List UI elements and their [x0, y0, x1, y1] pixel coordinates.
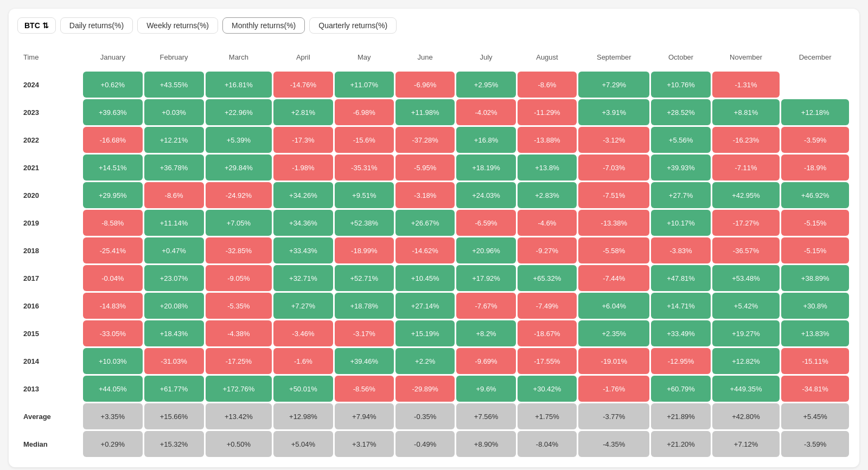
year-cell: 2013 [19, 376, 81, 402]
average-cell: +13.42% [206, 403, 272, 429]
year-cell: 2020 [19, 182, 81, 208]
data-cell: +2.83% [518, 182, 577, 208]
data-cell: +47.81% [651, 265, 710, 291]
median-cell: +8.90% [456, 431, 515, 457]
col-header-august: August [518, 44, 577, 70]
median-cell: -4.35% [578, 431, 649, 457]
year-cell: 2016 [19, 293, 81, 319]
data-cell: +7.29% [578, 72, 649, 98]
average-label: Average [19, 403, 81, 429]
data-cell: -13.88% [518, 127, 577, 153]
tab-quarterly[interactable]: Quarterly returns(%) [309, 17, 397, 34]
data-cell: +12.18% [781, 99, 849, 125]
table-row: 2018-25.41%+0.47%-32.85%+33.43%-18.99%-1… [19, 237, 849, 263]
data-cell: +0.62% [83, 72, 142, 98]
data-cell: +61.77% [144, 376, 204, 402]
data-cell: +172.76% [206, 376, 272, 402]
data-cell: +13.83% [781, 320, 849, 346]
year-cell: 2022 [19, 127, 81, 153]
data-cell: +44.05% [83, 376, 142, 402]
year-cell: 2018 [19, 237, 81, 263]
table-row: 2019-8.58%+11.14%+7.05%+34.36%+52.38%+26… [19, 210, 849, 236]
data-cell: +39.63% [83, 99, 142, 125]
data-cell: +10.03% [83, 348, 142, 374]
data-cell: -0.04% [83, 265, 142, 291]
median-cell: +0.29% [83, 431, 142, 457]
data-cell: -24.92% [206, 182, 272, 208]
col-header-november: November [712, 44, 780, 70]
data-cell: +16.81% [206, 72, 272, 98]
data-cell: -9.05% [206, 265, 272, 291]
year-cell: 2021 [19, 154, 81, 181]
data-cell: +39.46% [335, 348, 394, 374]
table-row: 2013+44.05%+61.77%+172.76%+50.01%-8.56%-… [19, 376, 849, 402]
average-cell: +5.45% [781, 403, 849, 429]
data-cell: -25.41% [83, 237, 142, 263]
btc-label: BTC [24, 21, 40, 30]
table-row: 2022-16.68%+12.21%+5.39%-17.3%-15.6%-37.… [19, 127, 849, 153]
data-cell: -18.67% [518, 320, 577, 346]
data-cell: -6.59% [456, 210, 515, 236]
col-header-march: March [206, 44, 272, 70]
table-header-row: TimeJanuaryFebruaryMarchAprilMayJuneJuly… [19, 44, 849, 70]
data-cell: -17.27% [712, 210, 780, 236]
data-cell: -13.38% [578, 210, 649, 236]
data-cell: -7.44% [578, 265, 649, 291]
average-cell: +1.75% [518, 403, 577, 429]
data-cell: -16.68% [83, 127, 142, 153]
data-cell: +24.03% [456, 182, 515, 208]
data-cell: -17.3% [273, 127, 333, 153]
data-cell: -36.57% [712, 237, 780, 263]
data-cell: +53.48% [712, 265, 780, 291]
main-container: BTC ⇅ Daily returns(%) Weekly returns(%)… [9, 9, 859, 467]
data-cell: +2.35% [578, 320, 649, 346]
table-row: 2020+29.95%-8.6%-24.92%+34.26%+9.51%-3.1… [19, 182, 849, 208]
data-cell: +46.92% [781, 182, 849, 208]
data-cell: -8.6% [518, 72, 577, 98]
median-cell: +15.32% [144, 431, 204, 457]
btc-selector[interactable]: BTC ⇅ [17, 17, 56, 34]
data-cell: +65.32% [518, 265, 577, 291]
tab-weekly[interactable]: Weekly returns(%) [137, 17, 218, 34]
data-cell: +9.6% [456, 376, 515, 402]
table-row: 2024+0.62%+43.55%+16.81%-14.76%+11.07%-6… [19, 72, 849, 98]
median-cell: -0.49% [395, 431, 455, 457]
col-header-december: December [781, 44, 849, 70]
data-cell: -7.51% [578, 182, 649, 208]
median-cell: +3.17% [335, 431, 394, 457]
data-cell: -3.18% [395, 182, 455, 208]
data-cell: -3.83% [651, 237, 710, 263]
data-cell: -1.31% [712, 72, 780, 98]
data-cell: +43.55% [144, 72, 204, 98]
data-cell: +34.26% [273, 182, 333, 208]
tab-daily[interactable]: Daily returns(%) [60, 17, 133, 34]
data-cell: +5.39% [206, 127, 272, 153]
data-cell: +8.2% [456, 320, 515, 346]
data-cell: +23.07% [144, 265, 204, 291]
table-row: 2023+39.63%+0.03%+22.96%+2.81%-6.98%+11.… [19, 99, 849, 125]
data-cell: -6.98% [335, 99, 394, 125]
data-cell: +30.8% [781, 293, 849, 319]
data-cell: +26.67% [395, 210, 455, 236]
average-cell: +7.94% [335, 403, 394, 429]
col-header-october: October [651, 44, 710, 70]
data-cell: -18.99% [335, 237, 394, 263]
data-cell: +19.27% [712, 320, 780, 346]
returns-table: TimeJanuaryFebruaryMarchAprilMayJuneJuly… [17, 42, 851, 459]
average-cell: -0.35% [395, 403, 455, 429]
year-cell: 2019 [19, 210, 81, 236]
tab-monthly[interactable]: Monthly returns(%) [222, 17, 305, 34]
data-cell: -5.15% [781, 210, 849, 236]
data-cell: +52.71% [335, 265, 394, 291]
data-cell: +50.01% [273, 376, 333, 402]
table-row: 2015-33.05%+18.43%-4.38%-3.46%-3.17%+15.… [19, 320, 849, 346]
data-cell: -4.38% [206, 320, 272, 346]
data-cell: +12.21% [144, 127, 204, 153]
data-cell: -4.6% [518, 210, 577, 236]
data-cell: +29.95% [83, 182, 142, 208]
col-header-september: September [578, 44, 649, 70]
data-cell: -8.6% [144, 182, 204, 208]
median-cell: +5.04% [273, 431, 333, 457]
year-cell: 2023 [19, 99, 81, 125]
data-cell: -17.25% [206, 348, 272, 374]
